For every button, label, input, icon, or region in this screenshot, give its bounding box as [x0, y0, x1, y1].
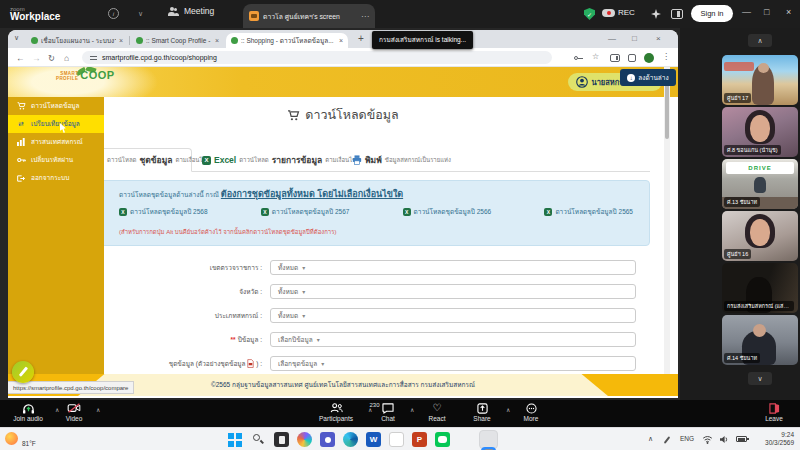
scroll-to-bottom-button[interactable]: ↓ ลงด้านล่าง [620, 69, 676, 86]
react-button[interactable]: ♡ React [419, 402, 455, 422]
back-icon[interactable]: ← [16, 53, 25, 63]
window-maximize-button[interactable]: □ [764, 7, 769, 17]
participant-video[interactable]: ศูนย์ฯ 17 [722, 55, 798, 105]
participant-name: ศ.14 ชัยนาท [724, 353, 760, 363]
sign-in-button[interactable]: Sign in [691, 5, 733, 22]
share-button[interactable]: Share [462, 402, 502, 422]
pdf-icon[interactable] [247, 359, 254, 368]
line-app-icon[interactable] [435, 432, 450, 447]
download-year-link[interactable]: Xดาวน์โหลดชุดข้อมูลปี 2567 [261, 207, 350, 217]
coop-type-select[interactable]: ทั้งหมด▾ [270, 308, 636, 323]
ai-companion-icon[interactable] [651, 9, 661, 19]
tab-meeting[interactable]: Meeting [168, 6, 214, 16]
leave-button[interactable]: Leave [756, 402, 792, 422]
download-year-link[interactable]: Xดาวน์โหลดชุดข้อมูลปี 2565 [544, 207, 633, 217]
chevron-down-icon[interactable]: ∨ [138, 10, 143, 18]
talking-toast: กรมส่งเสริมสหกรณ์ is talking... [372, 31, 473, 49]
down-arrow-icon: ↓ [627, 74, 635, 82]
start-button[interactable] [228, 432, 243, 447]
reload-icon[interactable]: ↻ [48, 53, 55, 63]
tasks-app-icon[interactable] [389, 432, 404, 447]
join-audio-button[interactable]: Join audio [4, 402, 52, 422]
browser-close-button[interactable]: × [656, 34, 661, 43]
download-year-link[interactable]: Xดาวน์โหลดชุดข้อมูลปี 2566 [403, 207, 492, 217]
bookmark-star-icon[interactable]: ☆ [592, 52, 599, 61]
browser-profile-avatar[interactable] [644, 53, 654, 63]
teams-icon[interactable] [320, 432, 335, 447]
feedback-fab-button[interactable] [12, 361, 34, 383]
chat-chevron[interactable]: ∧ [410, 406, 414, 413]
participant-video[interactable]: กรมส่งเสริมสหกรณ์ (แสงจันท... [722, 263, 798, 313]
wifi-icon[interactable] [702, 435, 713, 444]
expand-videos-button[interactable]: ∨ [748, 372, 772, 385]
tab-excel-download[interactable]: X Excel ดาวน์โหลด รายการข้อมูล ตามเงื่อน… [202, 148, 356, 172]
language-indicator[interactable]: ENG [680, 435, 694, 442]
close-tab-icon[interactable]: × [215, 37, 219, 44]
password-key-icon[interactable] [574, 56, 583, 60]
taskbar-app-dark[interactable] [274, 432, 289, 447]
windows-taskbar: 81°FSunny W P ∧ ENG 9:24 30/3/2569 [0, 427, 800, 450]
smart-profile-coop-logo[interactable]: SMART PROFILE COOP [56, 70, 115, 81]
extensions-icon[interactable] [628, 54, 636, 62]
video-options-chevron[interactable]: ∧ [96, 406, 100, 413]
participants-button[interactable]: 230 Participants [308, 402, 364, 422]
page-scrollbar[interactable] [664, 67, 670, 374]
data-year-select[interactable]: เลือกปีข้อมูล▾ [270, 332, 636, 347]
collapse-videos-button[interactable]: ∧ [748, 34, 772, 47]
participant-video[interactable]: ศูนย์ฯ 16 [722, 211, 798, 261]
tab-print[interactable]: พิมพ์ ข้อมูลสหกรณ์เป็นรายแห่ง [352, 148, 451, 172]
copilot-icon[interactable] [297, 432, 312, 447]
view-layout-icon[interactable] [671, 9, 683, 19]
tab-shared-screen[interactable]: ดาวโล ศูนย์เทคฯ's screen ⋯ [243, 4, 375, 28]
battery-icon[interactable] [736, 436, 747, 442]
word-icon[interactable]: W [366, 432, 381, 447]
browser-tab-2[interactable]: :: Smart Coop Profile - ระบบโปรไฟล์ × [131, 33, 224, 48]
video-button[interactable]: Video [56, 402, 92, 422]
participant-video[interactable]: DRIVE ศ.13 ชัยนาท [722, 159, 798, 209]
more-button[interactable]: More [513, 402, 549, 422]
participant-video[interactable]: ศ.14 ชัยนาท [722, 315, 798, 365]
zoom-titlebar: zoom Workplace i ∨ Meeting ดาวโล ศูนย์เท… [0, 0, 800, 28]
download-year-link[interactable]: Xดาวน์โหลดชุดข้อมูลปี 2568 [119, 207, 208, 217]
sidebar-item-compare[interactable]: ⇄ เปรียบเทียบข้อมูล [8, 115, 104, 133]
sidebar-item-download[interactable]: ดาวน์โหลดข้อมูล [8, 97, 104, 115]
participant-video[interactable]: ศ.8 ขอนแก่น (นำนุช) [722, 107, 798, 157]
edge-icon[interactable] [343, 432, 358, 447]
info-icon[interactable]: i [108, 8, 119, 19]
home-icon[interactable]: ⌂ [64, 53, 69, 63]
pen-icon[interactable] [664, 436, 671, 444]
alt-key-note: (สำหรับการกดปุ่ม Alt บนคีย์บอร์ดค้างไว้ … [119, 227, 336, 237]
caret-icon: ▾ [321, 360, 324, 367]
speaker-icon[interactable] [719, 435, 729, 444]
browser-tab-1[interactable]: เชื่อมโยงแผนงาน - ระบบงานกลาง × [26, 33, 128, 48]
tune-icon [90, 55, 97, 61]
browser-tab-active[interactable]: :: Shopping - ดาวน์โหลดข้อมูล... × [226, 33, 348, 48]
chat-button[interactable]: Chat [370, 402, 406, 422]
caret-icon: ▾ [302, 264, 305, 271]
side-panel-icon[interactable] [610, 54, 620, 62]
clock-tray[interactable]: 9:24 30/3/2569 [765, 431, 794, 447]
tab-search-icon[interactable]: ∨ [14, 34, 19, 42]
province-select[interactable]: ทั้งหมด▾ [270, 284, 636, 299]
browser-minimize-button[interactable]: — [608, 34, 616, 43]
recording-indicator[interactable]: REC [602, 8, 635, 17]
browser-menu-icon[interactable]: ⋮ [662, 52, 670, 61]
window-close-button[interactable]: × [786, 7, 791, 17]
browser-restore-button[interactable]: □ [632, 34, 637, 43]
tray-chevron-icon[interactable]: ∧ [648, 435, 653, 443]
new-tab-button[interactable]: + [358, 33, 364, 44]
security-shield-icon[interactable]: ✓ [584, 8, 595, 20]
sidebar-item-logout[interactable]: ออกจากระบบ [8, 169, 104, 187]
region-select[interactable]: ทั้งหมด▾ [270, 260, 636, 275]
address-bar[interactable]: smartprofile.cpd.go.th/coop/shopping [82, 51, 552, 64]
close-tab-icon[interactable]: × [119, 37, 123, 44]
sidebar-item-information[interactable]: สารสนเทศสหกรณ์ [8, 133, 104, 151]
powerpoint-icon[interactable]: P [412, 432, 427, 447]
close-tab-icon[interactable]: × [339, 37, 343, 44]
share-chevron[interactable]: ∧ [506, 406, 510, 413]
tab-more-icon[interactable]: ⋯ [361, 12, 369, 21]
window-minimize-button[interactable]: — [742, 7, 751, 17]
sidebar-item-change-password[interactable]: เปลี่ยนรหัสผ่าน [8, 151, 104, 169]
forward-icon[interactable]: → [32, 53, 41, 63]
dataset-select[interactable]: เลือกชุดข้อมูล▾ [270, 356, 636, 371]
